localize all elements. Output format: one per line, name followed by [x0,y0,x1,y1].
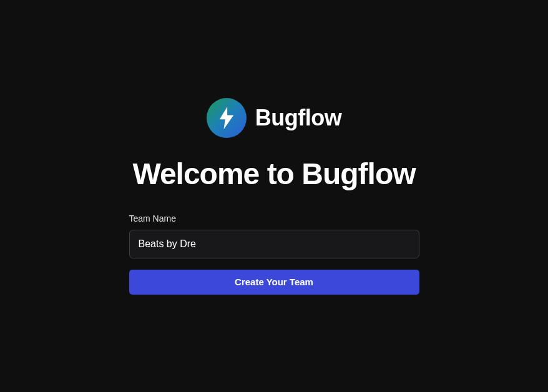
onboarding-container: Bugflow Welcome to Bugflow Team Name Cre… [129,98,419,295]
create-team-form: Team Name Create Your Team [129,213,419,295]
team-name-input[interactable] [129,230,419,258]
lightning-bolt-icon [218,107,235,129]
create-team-button[interactable]: Create Your Team [129,270,419,295]
brand-logo-mark [207,98,247,138]
page-title: Welcome to Bugflow [132,157,415,191]
brand-logo-row: Bugflow [207,98,341,138]
team-name-label: Team Name [129,213,419,223]
brand-name: Bugflow [255,105,341,131]
